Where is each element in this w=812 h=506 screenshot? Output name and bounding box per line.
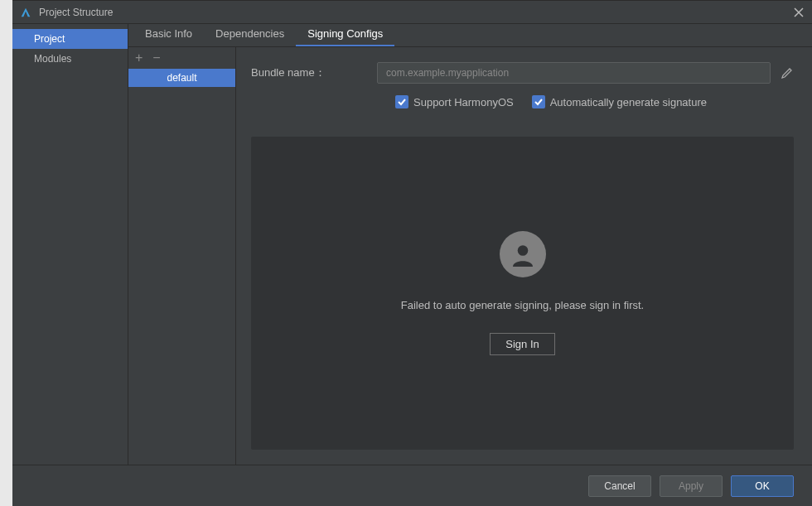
sidebar-item-label: Modules xyxy=(34,53,71,65)
checkmark-icon xyxy=(395,95,408,108)
sidebar-item-label: Project xyxy=(34,33,65,45)
tab-signing-configs[interactable]: Signing Configs xyxy=(296,22,394,46)
signin-message: Failed to auto generate signing, please … xyxy=(401,299,644,311)
sidebar-item-modules[interactable]: Modules xyxy=(12,49,128,69)
config-item-label: default xyxy=(167,72,196,84)
tab-label: Signing Configs xyxy=(307,27,383,40)
auto-generate-checkbox[interactable]: Automatically generate signature xyxy=(532,95,707,108)
tab-dependencies[interactable]: Dependencies xyxy=(204,22,296,46)
sidebar-item-project[interactable]: Project xyxy=(12,29,128,49)
support-harmonyos-checkbox[interactable]: Support HarmonyOS xyxy=(395,95,514,108)
tab-label: Dependencies xyxy=(215,27,284,40)
bundle-name-input[interactable] xyxy=(377,62,771,84)
sidebar: Project Modules xyxy=(12,24,128,465)
config-list-column: + − default xyxy=(128,47,236,465)
edit-icon[interactable] xyxy=(781,66,794,80)
titlebar: Project Structure xyxy=(12,1,812,24)
remove-config-icon[interactable]: − xyxy=(152,51,160,65)
avatar-icon xyxy=(500,231,546,277)
checkbox-row: Support HarmonyOS Automatically generate… xyxy=(251,95,794,108)
svg-point-0 xyxy=(517,245,528,256)
tab-basic-info[interactable]: Basic Info xyxy=(133,22,204,46)
footer: Cancel Apply OK xyxy=(12,465,812,506)
dialog-body: Project Modules Basic Info Dependencies … xyxy=(12,24,812,465)
cancel-button[interactable]: Cancel xyxy=(588,475,651,497)
add-config-icon[interactable]: + xyxy=(135,51,143,65)
app-logo-icon xyxy=(19,6,32,19)
tabs: Basic Info Dependencies Signing Configs xyxy=(128,24,812,47)
checkbox-label: Automatically generate signature xyxy=(550,96,707,108)
signin-panel: Failed to auto generate signing, please … xyxy=(251,137,794,450)
sign-in-button[interactable]: Sign In xyxy=(490,333,554,355)
tab-content: + − default Bundle name： xyxy=(128,47,812,465)
signing-form: Bundle name： Support HarmonyOS xyxy=(236,47,812,465)
bundle-name-row: Bundle name： xyxy=(251,62,794,84)
project-structure-dialog: Project Structure Project Modules Basic … xyxy=(12,0,812,506)
config-item-default[interactable]: default xyxy=(128,69,235,87)
close-icon[interactable] xyxy=(792,6,805,19)
main-panel: Basic Info Dependencies Signing Configs … xyxy=(128,24,812,465)
window-title: Project Structure xyxy=(39,7,792,18)
checkmark-icon xyxy=(532,95,545,108)
config-toolbar: + − xyxy=(128,47,235,69)
ok-button[interactable]: OK xyxy=(731,475,794,497)
apply-button[interactable]: Apply xyxy=(660,475,723,497)
bundle-name-label: Bundle name： xyxy=(251,65,367,80)
tab-label: Basic Info xyxy=(145,27,192,40)
ide-backdrop xyxy=(0,0,12,506)
checkbox-label: Support HarmonyOS xyxy=(413,96,514,108)
